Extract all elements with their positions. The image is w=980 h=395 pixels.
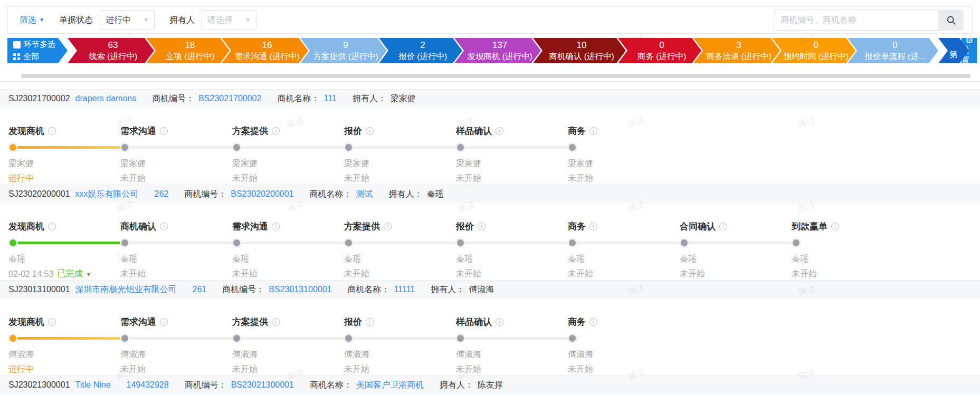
stage-status-row: 未开始 <box>792 268 903 280</box>
stage-count: 0 <box>857 40 933 51</box>
info-icon[interactable]: i <box>160 318 168 326</box>
stage-title-row: 方案提供 i <box>232 316 344 328</box>
info-icon[interactable]: i <box>589 318 597 326</box>
record-stages: 发现商机 i 秦瑶 02-02 14:53 已完成 ▼ 商机确认 i 秦瑶 未开… <box>0 203 980 280</box>
funnel-stage-segment[interactable]: 10 商机确认 (进行中) <box>533 38 626 63</box>
owner-label: 拥有人： <box>431 284 464 295</box>
info-icon[interactable]: i <box>48 127 56 135</box>
info-icon[interactable]: i <box>478 223 486 230</box>
info-icon[interactable]: i <box>272 223 280 230</box>
info-icon[interactable]: i <box>831 223 839 230</box>
code-label: 商机编号： <box>185 380 227 391</box>
code-link[interactable]: BS23021300001 <box>231 380 294 390</box>
stage-title: 需求沟通 <box>232 220 268 233</box>
info-icon[interactable]: i <box>48 223 56 230</box>
stage-count: 10 <box>543 40 621 51</box>
name-link[interactable]: 11111 <box>394 285 415 294</box>
name-link[interactable]: 美国客户卫浴商机 <box>356 380 424 391</box>
filter-toggle[interactable]: 筛选 ▼ <box>20 15 44 26</box>
opportunity-record: SJ23021700002 drapers damons 商机编号： BS230… <box>0 89 980 185</box>
stage-column: 报价 i 梁家健 未开始 <box>344 125 456 185</box>
info-icon[interactable]: i <box>48 318 56 326</box>
name-link[interactable]: 测试 <box>356 189 373 200</box>
info-icon[interactable]: i <box>719 223 727 230</box>
stage-track <box>680 239 792 247</box>
funnel-multiselect-segment: 环节多选 全部 <box>7 38 68 63</box>
name-label: 商机名称： <box>310 189 352 200</box>
stage-count: 9 <box>310 40 382 51</box>
stage-column: 样品确认 i 梁家健 未开始 <box>456 125 568 185</box>
stage-title-row: 报价 i <box>456 220 568 233</box>
record-count-link[interactable]: 262 <box>155 189 169 199</box>
info-icon[interactable]: i <box>160 127 168 135</box>
stage-dot <box>9 144 16 151</box>
info-icon[interactable]: i <box>589 127 597 135</box>
info-icon[interactable]: i <box>496 318 503 326</box>
doc-status-select[interactable]: 进行中 ▼ <box>100 10 155 30</box>
stage-track <box>568 144 680 151</box>
search-button[interactable] <box>938 9 964 31</box>
stage-column: 商务 i 秦瑶 未开始 <box>568 220 680 280</box>
stage-multiselect-checkbox[interactable] <box>13 41 21 49</box>
stage-label: 需求沟通 (进行中) <box>231 51 303 62</box>
company-link[interactable]: Title Nine <box>75 380 111 390</box>
search-input[interactable] <box>774 9 938 31</box>
funnel-stage-segment[interactable]: 63 线索 (进行中) <box>68 38 154 63</box>
info-icon[interactable]: i <box>589 223 597 230</box>
truncated-segment-label: 第 <box>949 50 958 61</box>
funnel-stage-segment[interactable]: 0 报价单流程 (进... <box>848 38 938 63</box>
info-icon[interactable]: i <box>272 318 280 326</box>
stage-line <box>126 337 235 340</box>
stage-dot <box>793 239 800 246</box>
info-icon[interactable]: i <box>496 127 503 135</box>
all-stages-toggle[interactable]: 全部 <box>13 52 68 62</box>
info-icon[interactable]: i <box>366 127 374 135</box>
stage-owner: 秦瑶 <box>8 254 120 265</box>
name-link[interactable]: 111 <box>324 94 336 103</box>
company-link[interactable]: 深圳市南极光铝业有限公司 <box>75 284 177 295</box>
stage-title-row: 发现商机 i <box>8 316 120 328</box>
stage-dot <box>457 144 464 151</box>
stage-label: 商务洽谈 (进行中) <box>703 51 775 62</box>
caret-down-icon[interactable]: ▼ <box>85 271 91 277</box>
stage-label: 报价 (进行中) <box>388 51 457 62</box>
stage-label: 线索 (进行中) <box>77 51 149 62</box>
code-link[interactable]: BS23021700002 <box>198 94 261 103</box>
info-icon[interactable]: i <box>272 127 280 135</box>
funnel-stage-segment[interactable]: 137 发现商机 (进行中) <box>454 38 541 63</box>
stage-dot <box>121 239 128 246</box>
grid-icon <box>13 53 20 60</box>
funnel-stage-segment[interactable]: 9 方案提供 (进行中) <box>300 38 387 63</box>
code-link[interactable]: BS23013100001 <box>269 285 331 294</box>
stage-status-row: 未开始 <box>344 268 456 280</box>
code-label: 商机编号： <box>152 93 194 104</box>
horizontal-scrollbar-thumb[interactable] <box>21 74 971 78</box>
stage-column: 样品确认 i 傅淑海 未开始 <box>456 316 568 375</box>
owner-select[interactable]: 请选择 ▼ <box>202 10 256 30</box>
funnel-stage-segment[interactable]: 0 商务 (进行中) <box>618 38 701 63</box>
funnel-stage-segment[interactable]: 3 商务洽谈 (进行中) <box>693 38 780 63</box>
stage-track <box>568 239 680 247</box>
stage-status: 未开始 <box>456 268 481 280</box>
record-count-link[interactable]: 149432928 <box>127 380 169 390</box>
funnel-stage-segment[interactable]: 0 预约时间 (进行中) <box>772 38 855 63</box>
funnel-stage-segment[interactable]: 2 报价 (进行中) <box>379 38 462 63</box>
stage-status-row: 未开始 <box>680 268 792 280</box>
stage-status-row: 02-02 14:53 已完成 ▼ <box>8 268 120 280</box>
stage-status-row: 未开始 <box>232 173 344 184</box>
company-link[interactable]: xxx娱乐有限公司 <box>75 189 139 200</box>
company-link[interactable]: drapers damons <box>75 94 137 103</box>
info-icon[interactable]: i <box>160 223 168 230</box>
info-icon[interactable]: i <box>384 223 392 230</box>
code-link[interactable]: BS23020200001 <box>231 189 293 199</box>
info-icon[interactable]: i <box>366 318 374 326</box>
stage-status-row: 未开始 <box>232 364 344 375</box>
stage-column: 需求沟通 i 傅淑海 未开始 <box>120 316 232 375</box>
stage-track <box>344 335 456 342</box>
stage-title: 报价 <box>344 125 362 137</box>
funnel-stage-segment[interactable]: 16 需求沟通 (进行中) <box>222 38 308 63</box>
stage-column: 报价 i 傅淑海 未开始 <box>344 316 456 375</box>
record-count-link[interactable]: 261 <box>193 285 207 294</box>
stage-title-row: 商务 i <box>568 220 680 233</box>
funnel-stage-segment[interactable]: 18 立项 (进行中) <box>146 38 230 63</box>
